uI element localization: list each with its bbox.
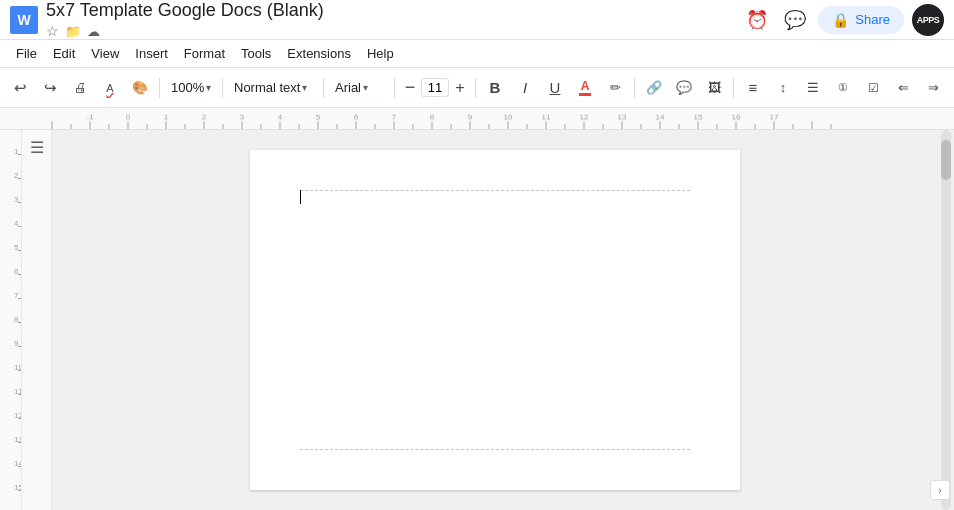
text-color-label: A (581, 79, 590, 93)
document-page[interactable] (250, 150, 740, 490)
page-content[interactable] (250, 150, 740, 490)
right-collapse-button[interactable]: › (930, 480, 950, 500)
outline-icon[interactable]: ☰ (30, 138, 44, 157)
title-right: ⏰ 💬 🔒 Share APPS (742, 4, 944, 36)
text-color-button[interactable]: A (571, 74, 599, 102)
divider-6 (634, 78, 635, 98)
doc-icon: W (10, 6, 38, 34)
decrease-font-button[interactable]: − (400, 74, 420, 102)
menu-item-help[interactable]: Help (359, 44, 402, 63)
divider-7 (733, 78, 734, 98)
divider-5 (475, 78, 476, 98)
main-area: 123456789101112131415 ☰ › (0, 130, 954, 510)
increase-font-button[interactable]: + (450, 74, 470, 102)
align-button[interactable]: ≡ (739, 74, 767, 102)
comment-button[interactable]: 💬 (670, 74, 698, 102)
font-caret: ▾ (363, 82, 368, 93)
style-caret: ▾ (302, 82, 307, 93)
paint-format-button[interactable]: 🎨 (126, 74, 154, 102)
horizontal-ruler (0, 108, 954, 130)
divider-4 (394, 78, 395, 98)
lock-icon: 🔒 (832, 12, 849, 28)
menu-item-file[interactable]: File (8, 44, 45, 63)
toolbar: ↩ ↪ 🖨 A 🎨 100% ▾ Normal text ▾ Arial ▾ −… (0, 68, 954, 108)
image-button[interactable]: 🖼 (700, 74, 728, 102)
line-spacing-button[interactable]: ↕ (769, 74, 797, 102)
page-border-bottom (300, 449, 690, 450)
highlight-button[interactable]: ✏ (601, 74, 629, 102)
underline-button[interactable]: U (541, 74, 569, 102)
doc-title[interactable]: 5x7 Template Google Docs (Blank) (46, 0, 742, 21)
divider-1 (159, 78, 160, 98)
numbered-list-button[interactable]: ① (829, 74, 857, 102)
style-selector[interactable]: Normal text ▾ (228, 78, 318, 97)
chat-icon[interactable]: 💬 (780, 5, 810, 35)
zoom-value: 100% (171, 80, 204, 95)
title-icons: ☆ 📁 ☁ (46, 23, 742, 39)
spellcheck-button[interactable]: A (96, 74, 124, 102)
menu-item-insert[interactable]: Insert (127, 44, 176, 63)
scrollbar-track (941, 130, 951, 510)
share-button[interactable]: 🔒 Share (818, 6, 904, 34)
bullet-list-button[interactable]: ☰ (799, 74, 827, 102)
clear-format-button[interactable]: ✕ (949, 74, 954, 102)
right-collapse-icon: › (938, 485, 941, 496)
checklist-button[interactable]: ☑ (859, 74, 887, 102)
cloud-icon[interactable]: ☁ (87, 24, 100, 39)
zoom-selector[interactable]: 100% ▾ (165, 78, 217, 97)
menu-item-extensions[interactable]: Extensions (279, 44, 359, 63)
indent-less-button[interactable]: ⇐ (889, 74, 917, 102)
ruler-canvas (0, 108, 954, 129)
font-size-value[interactable]: 11 (421, 78, 449, 97)
divider-2 (222, 78, 223, 98)
title-bar: W 5x7 Template Google Docs (Blank) ☆ 📁 ☁… (0, 0, 954, 40)
font-size-area: − 11 + (400, 74, 470, 102)
font-selector[interactable]: Arial ▾ (329, 78, 389, 97)
history-icon[interactable]: ⏰ (742, 5, 772, 35)
apps-button[interactable]: APPS (912, 4, 944, 36)
menu-item-edit[interactable]: Edit (45, 44, 83, 63)
share-label: Share (855, 12, 890, 27)
link-button[interactable]: 🔗 (640, 74, 668, 102)
divider-3 (323, 78, 324, 98)
vertical-ruler: 123456789101112131415 (0, 130, 22, 510)
font-value: Arial (335, 80, 361, 95)
star-icon[interactable]: ☆ (46, 23, 59, 39)
print-button[interactable]: 🖨 (66, 74, 94, 102)
menu-item-view[interactable]: View (83, 44, 127, 63)
title-area: 5x7 Template Google Docs (Blank) ☆ 📁 ☁ (46, 0, 742, 39)
scrollbar-thumb[interactable] (941, 140, 951, 180)
document-area[interactable] (52, 130, 938, 510)
style-value: Normal text (234, 80, 300, 95)
menu-item-tools[interactable]: Tools (233, 44, 279, 63)
redo-button[interactable]: ↪ (36, 74, 64, 102)
right-scrollbar: › (938, 130, 954, 510)
text-cursor (300, 190, 301, 204)
indent-more-button[interactable]: ⇒ (919, 74, 947, 102)
left-sidebar: ☰ (22, 130, 52, 510)
menu-bar: FileEditViewInsertFormatToolsExtensionsH… (0, 40, 954, 68)
italic-button[interactable]: I (511, 74, 539, 102)
undo-button[interactable]: ↩ (6, 74, 34, 102)
apps-label: APPS (917, 15, 940, 25)
menu-item-format[interactable]: Format (176, 44, 233, 63)
folder-icon[interactable]: 📁 (65, 24, 81, 39)
zoom-caret: ▾ (206, 82, 211, 93)
bold-button[interactable]: B (481, 74, 509, 102)
